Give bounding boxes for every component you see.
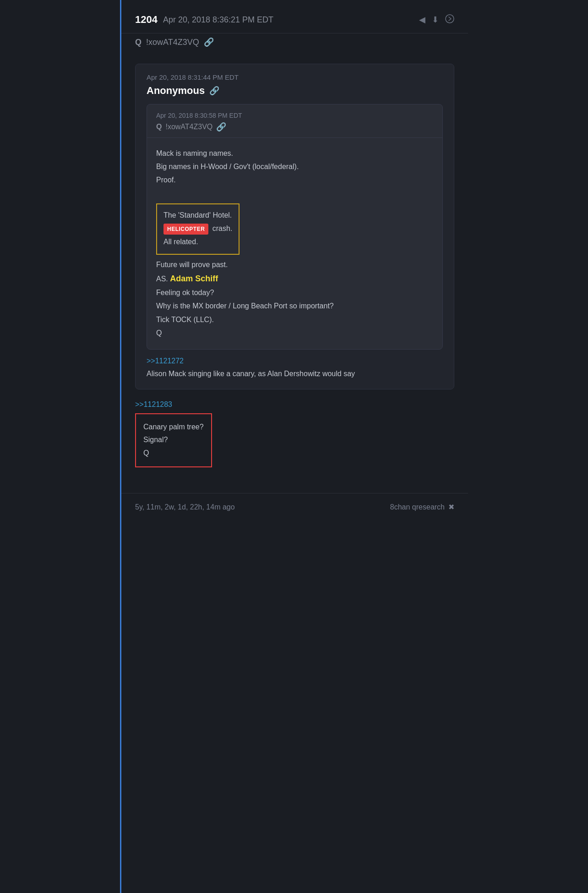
q-tripcode: !xowAT4Z3VQ (146, 38, 199, 47)
link-icon[interactable]: 🔗 (204, 37, 214, 47)
post-header-left: 1204 Apr 20, 2018 8:36:21 PM EDT (135, 14, 273, 26)
post-header: 1204 Apr 20, 2018 8:36:21 PM EDT ◀ ⬇ (121, 0, 468, 33)
helicopter-badge: HELICOPTER (163, 224, 208, 235)
nested-q-label: Q (156, 123, 162, 131)
nested-card-body: Mack is naming names. Big names in H-Woo… (147, 138, 442, 349)
post-line-1: Mack is naming names. (156, 147, 433, 159)
download-icon[interactable]: ⬇ (432, 15, 439, 25)
nested-datetime: Apr 20, 2018 8:30:58 PM EDT (156, 112, 433, 119)
author-name: Anonymous (147, 85, 205, 97)
footer-time: 5y, 11m, 2w, 1d, 22h, 14m ago (135, 503, 235, 511)
nested-link-icon[interactable]: 🔗 (216, 122, 226, 132)
share-icon[interactable]: ◀ (419, 15, 425, 25)
forward-icon[interactable] (445, 14, 454, 26)
nested-card-header: Apr 20, 2018 8:30:58 PM EDT Q !xowAT4Z3V… (147, 104, 442, 138)
page-wrapper: 1204 Apr 20, 2018 8:36:21 PM EDT ◀ ⬇ Q !… (0, 0, 588, 893)
nested-q-post: Apr 20, 2018 8:30:58 PM EDT Q !xowAT4Z3V… (147, 104, 443, 350)
author-link-icon[interactable]: 🔗 (209, 86, 219, 96)
anonymous-reply-card: Apr 20, 2018 8:31:44 PM EDT Anonymous 🔗 … (135, 64, 454, 389)
post-line-2: Big names in H-Wood / Gov't (local/feder… (156, 160, 433, 173)
q-post-text: Mack is naming names. Big names in H-Woo… (156, 147, 433, 339)
highlight-red-text: Canary palm tree? Signal? Q (143, 421, 204, 460)
post-number: 1204 (135, 14, 158, 26)
post-header-actions: ◀ ⬇ (419, 14, 454, 26)
reply-text: Alison Mack singing like a canary, as Al… (147, 368, 443, 380)
future-line: Future will prove past. (156, 258, 433, 271)
mx-border-line: Why is the MX border / Long Beach Port s… (156, 300, 433, 312)
all-related-line: All related. (163, 236, 232, 248)
adam-schiff-name: Adam Schiff (170, 274, 218, 283)
svg-point-0 (446, 15, 454, 23)
footer-source: 8chan qresearch ✖ (390, 503, 454, 511)
q-line: Q !xowAT4Z3VQ 🔗 (121, 33, 468, 55)
helicopter-line: HELICOPTER crash. (163, 222, 232, 235)
highlight-red-block: Canary palm tree? Signal? Q (135, 413, 212, 467)
q-signature-2: Q (143, 447, 204, 460)
crash-text: crash. (210, 225, 232, 232)
standard-hotel-line: The 'Standard' Hotel. (163, 209, 232, 221)
signal-line: Signal? (143, 433, 204, 447)
q-label: Q (135, 38, 142, 47)
nested-q-line: Q !xowAT4Z3VQ 🔗 (156, 122, 433, 132)
canary-line: Canary palm tree? (143, 421, 204, 434)
tick-tock-line: Tick TOCK (LLC). (156, 313, 433, 326)
nested-tripcode: !xowAT4Z3VQ (165, 123, 212, 131)
footer: 5y, 11m, 2w, 1d, 22h, 14m ago 8chan qres… (121, 493, 468, 520)
reply-ref: >>1121272 (147, 357, 443, 365)
as-line: AS. Adam Schiff (156, 272, 433, 286)
reply-card-datetime: Apr 20, 2018 8:31:44 PM EDT (147, 73, 443, 81)
post-datetime: Apr 20, 2018 8:36:21 PM EDT (163, 15, 273, 25)
footer-close-icon[interactable]: ✖ (448, 503, 454, 511)
feeling-ok-line: Feeling ok today? (156, 286, 433, 299)
content-column: 1204 Apr 20, 2018 8:36:21 PM EDT ◀ ⬇ Q !… (120, 0, 468, 893)
as-label: AS. (156, 275, 170, 283)
post-line-3: Proof. (156, 174, 433, 186)
bottom-section: >>1121283 Canary palm tree? Signal? Q (135, 400, 454, 475)
highlight-yellow-block: The 'Standard' Hotel. HELICOPTER crash. … (156, 203, 240, 255)
bottom-ref: >>1121283 (135, 400, 454, 409)
q-signature-1: Q (156, 327, 433, 339)
footer-source-label: 8chan qresearch (390, 503, 445, 511)
reply-card-author: Anonymous 🔗 (147, 85, 443, 97)
